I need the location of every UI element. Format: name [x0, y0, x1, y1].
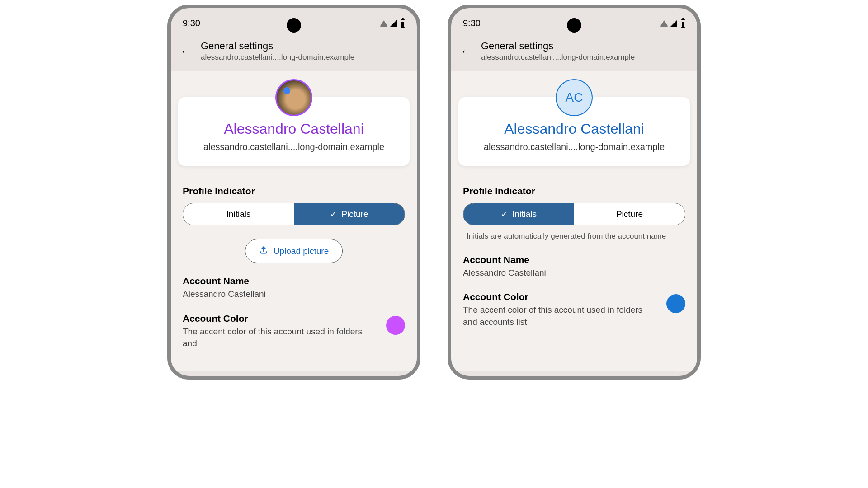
toggle-picture-button[interactable]: Picture	[574, 203, 685, 225]
back-arrow-icon[interactable]: ←	[180, 44, 192, 58]
app-header: ← General settings alessandro.castellani…	[451, 37, 697, 71]
profile-indicator-label: Profile Indicator	[183, 186, 405, 197]
camera-punch-hole	[567, 18, 581, 33]
avatar-picture[interactable]	[275, 79, 312, 116]
battery-icon	[401, 19, 405, 28]
profile-indicator-toggle: Initials ✓ Picture	[183, 203, 405, 225]
toggle-initials-label: Initials	[226, 209, 251, 219]
profile-name: Alessandro Castellani	[467, 121, 682, 137]
upload-picture-label: Upload picture	[274, 246, 329, 256]
phone-mockup-picture: 9:30 ← General settings alessandro.caste…	[167, 5, 420, 380]
profile-email: alessandro.castellani....long-domain.exa…	[467, 142, 682, 152]
avatar-initials[interactable]: AC	[556, 79, 593, 116]
initials-helper-text: Initials are automatically generated fro…	[463, 231, 685, 242]
toggle-initials-button[interactable]: Initials	[183, 203, 294, 225]
toggle-picture-label: Picture	[341, 209, 368, 219]
check-icon: ✓	[501, 209, 508, 219]
header-title: General settings	[201, 40, 354, 52]
status-time: 9:30	[463, 18, 481, 28]
status-time: 9:30	[183, 18, 200, 28]
toggle-picture-button[interactable]: ✓ Picture	[294, 203, 405, 225]
status-icons	[380, 19, 405, 28]
toggle-initials-button[interactable]: ✓ Initials	[463, 203, 574, 225]
profile-indicator-toggle: ✓ Initials Picture	[463, 203, 685, 225]
profile-email: alessandro.castellani....long-domain.exa…	[186, 142, 401, 152]
header-subtitle: alessandro.castellani....long-domain.exa…	[201, 53, 354, 62]
battery-icon	[681, 19, 685, 28]
account-color-row[interactable]: Account Color The accent color of this a…	[183, 313, 405, 350]
app-header: ← General settings alessandro.castellani…	[171, 37, 417, 71]
upload-icon	[259, 245, 268, 257]
camera-punch-hole	[287, 18, 301, 33]
account-name-label: Account Name	[183, 276, 405, 286]
wifi-icon	[380, 20, 388, 27]
wifi-icon	[660, 20, 668, 27]
profile-indicator-label: Profile Indicator	[463, 186, 685, 197]
account-color-label: Account Color	[183, 313, 379, 324]
status-icons	[660, 19, 685, 28]
account-name-value: Alessandro Castellani	[183, 288, 405, 300]
account-color-swatch[interactable]	[666, 294, 685, 313]
toggle-picture-label: Picture	[616, 209, 643, 219]
account-name-value: Alessandro Castellani	[463, 267, 685, 279]
header-subtitle: alessandro.castellani....long-domain.exa…	[481, 53, 635, 62]
upload-picture-button[interactable]: Upload picture	[245, 239, 343, 263]
signal-icon	[390, 20, 397, 27]
signal-icon	[670, 20, 677, 27]
account-color-desc: The accent color of this account used in…	[183, 326, 379, 350]
account-color-desc: The accent color of this account used in…	[463, 304, 659, 328]
header-title: General settings	[481, 40, 635, 52]
back-arrow-icon[interactable]: ←	[460, 44, 472, 58]
toggle-initials-label: Initials	[512, 209, 537, 219]
account-name-label: Account Name	[463, 254, 685, 265]
phone-mockup-initials: 9:30 ← General settings alessandro.caste…	[448, 5, 701, 380]
profile-name: Alessandro Castellani	[186, 121, 401, 137]
account-color-row[interactable]: Account Color The accent color of this a…	[463, 291, 685, 328]
check-icon: ✓	[330, 209, 337, 219]
account-color-label: Account Color	[463, 291, 659, 302]
account-color-swatch[interactable]	[386, 316, 405, 335]
avatar-initials-text: AC	[566, 90, 583, 105]
